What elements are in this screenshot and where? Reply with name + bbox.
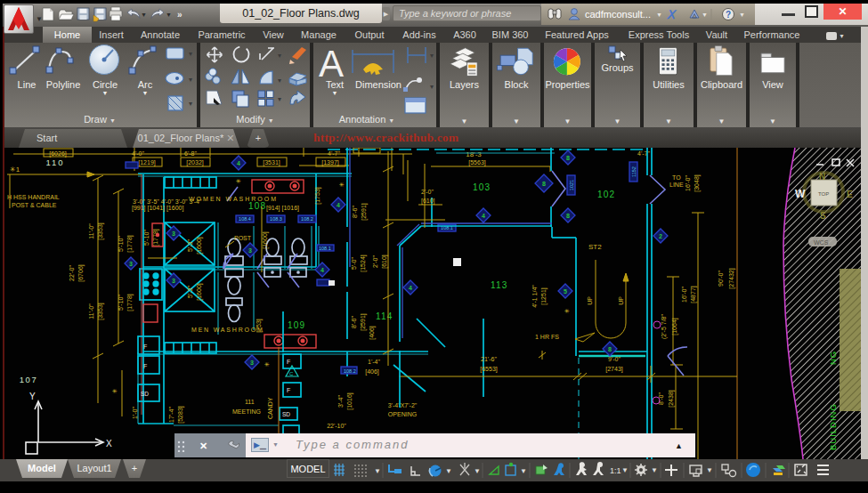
svg-text:F: F: [143, 363, 147, 369]
svg-text:[6706]: [6706]: [77, 264, 85, 282]
svg-text:cadfmconsult...: cadfmconsult...: [585, 9, 651, 20]
svg-text:107: 107: [20, 375, 37, 384]
svg-text:▼: ▼: [166, 12, 172, 18]
svg-text:4'-7": 4'-7": [328, 150, 340, 157]
svg-text:▼: ▼: [702, 12, 708, 18]
svg-text:[5563]: [5563]: [468, 159, 486, 166]
svg-text:102: 102: [597, 190, 615, 199]
svg-text:5: 5: [564, 288, 567, 295]
svg-text:[610]: [610]: [381, 255, 388, 269]
svg-text:S: S: [820, 211, 826, 221]
svg-text:[406]: [406]: [365, 368, 379, 376]
svg-text:▾: ▾: [189, 50, 192, 58]
svg-text:MEN WASHROOM: MEN WASHROOM: [191, 327, 264, 333]
svg-text:8: 8: [608, 346, 612, 352]
svg-text:4: 4: [320, 267, 324, 273]
svg-text:111: 111: [245, 399, 255, 405]
svg-text:5'-3": 5'-3": [187, 286, 193, 298]
svg-text:[2591]: [2591]: [360, 313, 367, 331]
svg-text:90'-0": 90'-0": [718, 271, 724, 287]
svg-text:2'-0": 2'-0": [372, 255, 378, 268]
svg-text:3'-0" 3'-5" 4'-0" 3': 3'-0" 3'-5" 4'-0" 3'-0" 3'-4": [133, 198, 202, 205]
svg-text:[991] [1041] [1600]: [991] [1041] [1600]: [132, 205, 183, 212]
svg-text:SD: SD: [141, 391, 149, 397]
svg-text:[1251]: [1251]: [540, 287, 548, 305]
svg-text:[3353]: [3353]: [97, 303, 104, 320]
svg-text:C: C: [289, 371, 294, 376]
svg-text:4'-0": 4'-0": [132, 150, 144, 157]
svg-text:▼: ▼: [374, 467, 381, 475]
svg-text:✳: ✳: [236, 178, 241, 184]
svg-text:X: X: [106, 439, 112, 449]
svg-text:[1397]: [1397]: [321, 159, 339, 166]
svg-text:2: 2: [659, 233, 662, 239]
svg-text:4'-1 1/4": 4'-1 1/4": [531, 285, 538, 308]
svg-text:1 HR FS: 1 HR FS: [535, 334, 559, 340]
svg-text:[406]: [406]: [369, 326, 376, 340]
svg-text:▼: ▼: [739, 12, 745, 18]
svg-text:110: 110: [45, 158, 64, 167]
svg-text:3: 3: [172, 278, 175, 284]
svg-text:11'-0": 11'-0": [88, 303, 94, 319]
svg-text:2'-0": 2'-0": [421, 189, 434, 195]
svg-text:3: 3: [129, 261, 133, 267]
svg-text:11'-0": 11'-0": [88, 223, 94, 239]
svg-text:[27432]: [27432]: [728, 268, 735, 288]
svg-text:[3531]: [3531]: [263, 159, 280, 166]
svg-text:POST & CABLE: POST & CABLE: [12, 202, 57, 208]
svg-text:103: 103: [473, 182, 491, 192]
svg-text:✳: ✳: [564, 308, 570, 314]
svg-text:22'-0": 22'-0": [69, 265, 75, 281]
svg-text:21'-6": 21'-6": [481, 356, 497, 362]
svg-text:[4877]: [4877]: [690, 286, 697, 303]
svg-text:▼: ▼: [141, 12, 147, 18]
svg-text:F: F: [287, 387, 290, 393]
svg-text:5'-10": 5'-10": [143, 230, 150, 246]
svg-text:(2'-5 7/8": (2'-5 7/8": [661, 314, 668, 339]
svg-text:Y: Y: [29, 392, 36, 401]
svg-text:SD: SD: [282, 411, 290, 417]
svg-text:LINE: LINE: [669, 182, 684, 188]
svg-text:109: 109: [288, 320, 305, 330]
svg-text:1'-4": 1'-4": [368, 359, 380, 365]
svg-text:1:1: 1:1: [610, 466, 621, 475]
svg-text:8: 8: [542, 181, 546, 187]
svg-text:BUILDING: BUILDING: [828, 403, 838, 450]
svg-text:[1219]: [1219]: [138, 159, 156, 166]
svg-text:CANDY: CANDY: [267, 397, 273, 419]
svg-text:▾: ▾: [189, 76, 192, 84]
svg-text:✳: ✳: [339, 182, 345, 188]
svg-text:16'-0": 16'-0": [681, 287, 687, 303]
svg-text:OPENING: OPENING: [388, 411, 417, 417]
svg-text:✳: ✳: [264, 361, 270, 368]
svg-text:▾: ▾: [430, 83, 434, 91]
svg-text:NG: NG: [828, 351, 838, 365]
svg-text:✕: ✕: [199, 440, 207, 451]
svg-text:8'-6": 8'-6": [351, 316, 357, 328]
svg-text:TOP: TOP: [818, 191, 829, 197]
svg-text:▼: ▼: [474, 467, 481, 475]
svg-text:5'-0": 5'-0": [351, 257, 357, 270]
svg-text:▼: ▼: [621, 466, 629, 474]
svg-text:3: 3: [172, 230, 175, 237]
svg-text:[1778]: [1778]: [126, 294, 134, 311]
svg-text:[2032]: [2032]: [186, 159, 204, 166]
svg-text:108.3: 108.3: [270, 216, 282, 222]
svg-text:113: 113: [491, 280, 508, 290]
svg-text:WCS: WCS: [814, 239, 829, 246]
svg-text:4: 4: [237, 160, 240, 166]
svg-text:9'-0": 9'-0": [608, 356, 621, 362]
svg-text:1'-0": 1'-0": [132, 407, 138, 419]
svg-text:▾: ▾: [278, 95, 281, 103]
svg-text:[1778]: [1778]: [126, 235, 134, 253]
svg-text:[6553]: [6553]: [480, 366, 498, 373]
svg-text:1021: 1021: [569, 180, 574, 190]
svg-text:1152: 1152: [631, 166, 637, 177]
svg-text:5'-3": 5'-3": [187, 239, 193, 252]
svg-text:?: ?: [726, 10, 731, 20]
svg-text:Ⅹ: Ⅹ: [666, 8, 677, 21]
svg-text:▼: ▼: [445, 467, 452, 475]
svg-text:4: 4: [409, 285, 412, 291]
svg-text:108.4: 108.4: [239, 216, 251, 222]
svg-text:108.2: 108.2: [344, 368, 356, 374]
